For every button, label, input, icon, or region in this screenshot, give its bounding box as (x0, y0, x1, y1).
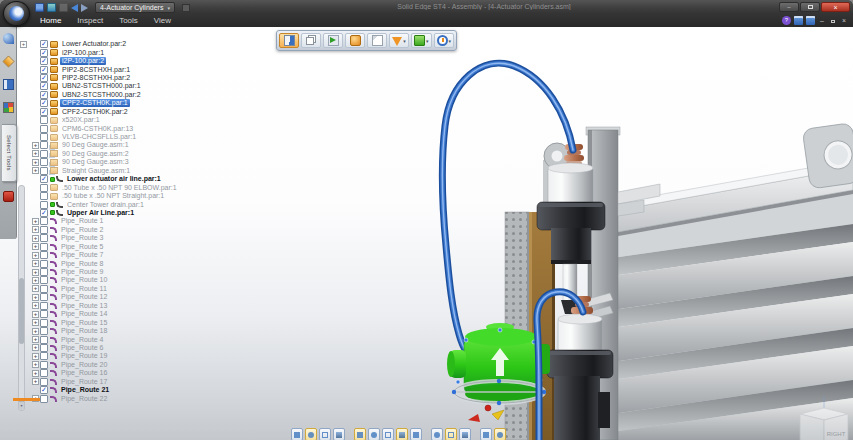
checkbox[interactable] (40, 192, 48, 200)
tree-item[interactable]: ✓CPF2-CSTH0K.par:2 (32, 108, 179, 116)
expand-icon[interactable]: + (32, 167, 39, 174)
tree-item[interactable]: ✓PIP2-8CSTHXH.par:1 (32, 65, 179, 73)
doc-restore-button[interactable] (829, 16, 837, 26)
checkbox[interactable] (40, 201, 48, 209)
tree-item-label[interactable]: x520X.par:1 (60, 116, 102, 124)
tree-item-label[interactable]: Pipe_Route 11 (59, 285, 109, 293)
tree-item-label[interactable]: VLVB-CHCSFLLS.par:1 (60, 133, 138, 141)
tree-item[interactable]: +Pipe_Route 22 (32, 394, 179, 402)
open-icon[interactable] (47, 3, 56, 12)
tree-item-label[interactable]: Upper Air Line.par:1 (65, 209, 136, 217)
tree-item-label[interactable]: .50 tube x .50 NPT Straight.par:1 (60, 192, 166, 200)
move-component-button[interactable] (323, 33, 343, 48)
tree-item[interactable]: +Straight Gauge.asm:1 (32, 167, 179, 175)
tree-item[interactable]: Center Tower drain.par:1 (32, 200, 179, 208)
expand-icon[interactable]: + (32, 235, 39, 242)
tree-item-label[interactable]: Pipe_Route 14 (59, 310, 109, 318)
checkbox[interactable]: ✓ (40, 386, 48, 394)
tree-item[interactable]: +Pipe_Route 10 (32, 276, 179, 284)
tree-item-label[interactable]: Pipe_Route 7 (59, 251, 105, 259)
tree-item[interactable]: ✓i2P-100.par:2 (32, 57, 179, 65)
tree-item-label[interactable]: Pipe_Route 10 (59, 276, 109, 284)
lifting-eye-tab[interactable] (802, 123, 853, 189)
tree-item[interactable]: +Pipe_Route 16 (32, 369, 179, 377)
tree-item[interactable]: ✓Upper Air Line.par:1 (32, 209, 179, 217)
tree-item-label[interactable]: Pipe_Route 9 (59, 268, 105, 276)
rotate-component-button[interactable] (345, 33, 365, 48)
tree-item[interactable]: +Pipe_Route 19 (32, 352, 179, 360)
expand-icon[interactable]: + (32, 361, 39, 368)
tree-item-label[interactable]: Pipe_Route 20 (59, 361, 109, 369)
layers-icon[interactable] (2, 55, 14, 67)
checkbox[interactable] (40, 319, 48, 327)
expand-icon[interactable]: + (32, 226, 39, 233)
look-at-face-button[interactable] (382, 428, 394, 440)
copy-button[interactable] (301, 33, 321, 48)
select-button[interactable] (291, 428, 303, 440)
checkbox[interactable] (40, 369, 48, 377)
pathfinder-icon[interactable] (3, 33, 14, 44)
common-views-button[interactable] (396, 428, 408, 440)
viewport[interactable]: RIGHT Select Tools + ✓Lower Actuator.par… (0, 27, 853, 440)
tree-item-label[interactable]: Pipe_Route 2 (59, 226, 105, 234)
tree-scrollbar[interactable]: ▾ (18, 185, 25, 411)
tree-item-label[interactable]: Pipe_Route 6 (59, 344, 105, 352)
tree-item[interactable]: +Pipe_Route 1 (32, 217, 179, 225)
tree-item-label[interactable]: PIP2-8CSTHXH.par:2 (60, 74, 132, 82)
perspective-button[interactable] (480, 428, 492, 440)
pan-button[interactable] (354, 428, 366, 440)
application-button[interactable] (3, 1, 30, 26)
expand-icon[interactable]: + (32, 311, 39, 318)
checkbox[interactable] (40, 243, 48, 251)
tree-item[interactable]: VLVB-CHCSFLLS.par:1 (32, 133, 179, 141)
tree-item-label[interactable]: Pipe_Route 8 (59, 260, 105, 268)
checkbox[interactable] (40, 158, 48, 166)
tree-item-label[interactable]: Center Tower drain.par:1 (65, 201, 146, 209)
tree-item[interactable]: ✓CPF2-CSTH0K.par:1 (32, 99, 179, 107)
expand-icon[interactable]: + (32, 277, 39, 284)
checkbox[interactable] (40, 336, 48, 344)
checkbox[interactable] (40, 141, 48, 149)
expand-icon[interactable]: + (32, 243, 39, 250)
checkbox[interactable] (40, 285, 48, 293)
selection-filter-button[interactable]: ▾ (389, 33, 409, 48)
checkbox[interactable]: ✓ (40, 74, 48, 82)
family-table-icon[interactable] (3, 102, 14, 113)
tree-item[interactable]: +90 Deg Gauge.asm:2 (32, 150, 179, 158)
tree-item-label[interactable]: Pipe_Route 1 (59, 217, 105, 225)
checkbox[interactable] (40, 133, 48, 141)
tree-item-label[interactable]: Pipe_Route 18 (59, 327, 109, 335)
tree-item[interactable]: +Pipe_Route 6 (32, 344, 179, 352)
tree-item-label[interactable]: Pipe_Route 19 (59, 352, 109, 360)
checkbox[interactable] (40, 226, 48, 234)
face-overrides-button[interactable] (431, 428, 443, 440)
expand-icon[interactable]: + (32, 159, 39, 166)
maximize-button[interactable] (800, 2, 820, 12)
checkbox[interactable] (40, 361, 48, 369)
checkbox[interactable] (40, 395, 48, 403)
tree-item[interactable]: +Pipe_Route 17 (32, 378, 179, 386)
tree-item-label[interactable]: Pipe_Route 13 (59, 302, 109, 310)
zoom-button[interactable] (319, 428, 331, 440)
redo-icon[interactable] (81, 4, 88, 12)
sensors-icon[interactable] (3, 191, 14, 202)
tree-item-label[interactable]: Pipe_Route 21 (59, 386, 111, 394)
tree-item[interactable]: ✓PIP2-8CSTHXH.par:2 (32, 74, 179, 82)
save-icon[interactable] (35, 3, 44, 12)
tree-item-label[interactable]: Straight Gauge.asm:1 (60, 167, 132, 175)
checkbox[interactable]: ✓ (40, 209, 48, 217)
checkbox[interactable] (40, 125, 48, 133)
document-selector[interactable]: 4-Actuator Cylinders ▾ (95, 2, 175, 13)
tree-item-label[interactable]: Pipe_Route 3 (59, 234, 105, 242)
tree-item-label[interactable]: CPF2-CSTH0K.par:1 (60, 99, 130, 107)
checkbox[interactable] (40, 116, 48, 124)
tree-item-label[interactable]: CPF2-CSTH0K.par:2 (60, 108, 130, 116)
tree-item-label[interactable]: Pipe_Route 4 (59, 336, 105, 344)
tree-item-label[interactable]: UBN2-STCSTH000.par:2 (60, 91, 143, 99)
tree-item[interactable]: +Pipe_Route 2 (32, 226, 179, 234)
checkbox[interactable] (40, 217, 48, 225)
tree-item[interactable]: ✓Lower Actuator.par:2 (32, 40, 179, 48)
tree-item-label[interactable]: CPM6-CSTH0K.par:13 (60, 125, 135, 133)
tree-item[interactable]: +Pipe_Route 12 (32, 293, 179, 301)
tree-item[interactable]: +90 Deg Gauge.asm:1 (32, 141, 179, 149)
